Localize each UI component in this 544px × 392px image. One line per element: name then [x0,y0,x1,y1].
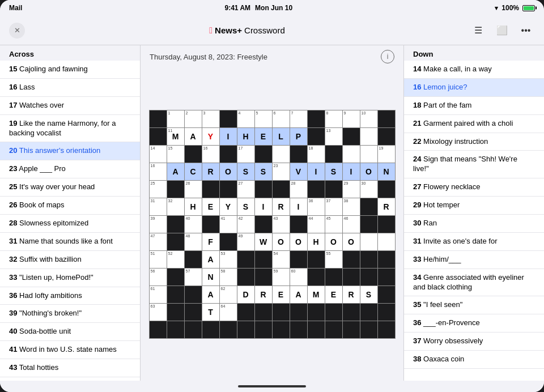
cell-8-8[interactable] [290,251,307,268]
cell-9-9[interactable] [308,269,325,286]
cell-2-1[interactable]: 15 [167,146,184,163]
cell-9-4[interactable]: 58 [220,269,237,286]
cell-0-2[interactable]: 2 [185,110,202,127]
cell-12-11[interactable] [343,321,360,338]
cell-12-5[interactable] [237,321,254,338]
cell-8-7[interactable]: 54 [273,251,290,268]
cell-3-2[interactable]: C [185,163,202,180]
cell-8-1[interactable]: 52 [167,251,184,268]
cell-11-11[interactable] [343,304,360,321]
cell-4-4[interactable] [220,181,237,198]
cell-3-8[interactable]: V [290,163,307,180]
cell-1-2[interactable]: A [185,128,202,145]
cell-11-6[interactable] [255,304,272,321]
cell-11-4[interactable]: 64 [220,304,237,321]
across-clue-28[interactable]: 28 Slowness epitomized [0,215,140,233]
cell-1-5[interactable]: H [237,128,254,145]
cell-0-11[interactable]: 9 [343,110,360,127]
cell-5-2[interactable]: H [185,198,202,215]
down-clue-22[interactable]: 22 Mixology instruction [404,133,544,151]
cell-6-4[interactable]: 41 [220,216,237,233]
cell-3-13[interactable]: N [378,163,395,180]
cell-1-0[interactable] [150,128,167,145]
cell-6-8[interactable] [290,216,307,233]
cell-8-9[interactable] [308,251,325,268]
cell-4-3[interactable] [202,181,219,198]
cell-7-11[interactable]: O [343,233,360,250]
cell-3-3[interactable]: R [202,163,219,180]
down-clue-30[interactable]: 30 Ran [404,215,544,233]
cell-3-11[interactable]: I [343,163,360,180]
cell-2-13[interactable]: 19 [378,146,395,163]
across-clue-33[interactable]: 33 "Listen up, HomePod!" [0,269,140,287]
cell-2-0[interactable]: 14 [150,146,167,163]
down-clue-29[interactable]: 29 Hot temper [404,197,544,215]
cell-4-8[interactable]: 28 [290,181,307,198]
cell-2-10[interactable] [325,146,342,163]
cell-10-11[interactable]: R [343,286,360,303]
down-clue-18[interactable]: 18 Part of the fam [404,97,544,115]
cell-10-10[interactable]: E [325,286,342,303]
cell-0-3[interactable]: 3 [202,110,219,127]
cell-7-3[interactable]: F [202,233,219,250]
down-clue-14[interactable]: 14 Make a call, in a way [404,61,544,79]
cell-8-6[interactable] [255,251,272,268]
cell-4-9[interactable] [308,181,325,198]
cell-1-9[interactable] [308,128,325,145]
cell-8-11[interactable] [343,251,360,268]
across-clue-17[interactable]: 17 Watches over [0,97,140,115]
cell-9-10[interactable] [325,269,342,286]
cell-8-12[interactable] [360,251,377,268]
cell-2-5[interactable]: 17 [237,146,254,163]
cell-6-13[interactable] [378,216,395,233]
cell-10-4[interactable]: 62 [220,286,237,303]
cell-7-0[interactable]: 47 [150,233,167,250]
cell-2-9[interactable]: 18 [308,146,325,163]
cell-6-11[interactable]: 46 [343,216,360,233]
across-clue-16[interactable]: 16 Lass [0,79,140,97]
crossword-grid[interactable]: 1234567891011MAYIHELP1314151617181916ACR… [149,110,396,339]
across-clue-40[interactable]: 40 Soda-bottle unit [0,323,140,341]
cell-9-1[interactable] [167,269,184,286]
cell-7-9[interactable]: H [308,233,325,250]
across-clue-23[interactable]: 23 Apple ___ Pro [0,160,140,178]
cell-9-11[interactable] [343,269,360,286]
cell-3-5[interactable]: S [237,163,254,180]
cell-12-6[interactable] [255,321,272,338]
cell-10-6[interactable]: R [255,286,272,303]
cell-9-0[interactable]: 56 [150,269,167,286]
across-clue-26[interactable]: 26 Book of maps [0,197,140,215]
cell-6-0[interactable]: 39 [150,216,167,233]
info-button[interactable]: i [381,50,394,63]
cell-10-2[interactable] [185,286,202,303]
across-clue-15[interactable]: 15 Cajoling and fawning [0,61,140,79]
cell-4-12[interactable]: 30 [360,181,377,198]
cell-7-13[interactable] [378,233,395,250]
cell-5-13[interactable]: R [378,198,395,215]
cell-1-11[interactable] [343,128,360,145]
cell-8-3[interactable]: A [202,251,219,268]
cell-4-7[interactable] [273,181,290,198]
cell-10-7[interactable]: E [273,286,290,303]
across-clue-43[interactable]: 43 Total hotties [0,359,140,377]
cell-8-4[interactable]: 53 [220,251,237,268]
cell-0-5[interactable]: 4 [237,110,254,127]
cell-5-8[interactable]: I [290,198,307,215]
cell-2-3[interactable]: 16 [202,146,219,163]
cell-10-9[interactable]: M [308,286,325,303]
cell-2-6[interactable] [255,146,272,163]
cell-0-8[interactable]: 7 [290,110,307,127]
cell-1-8[interactable]: P [290,128,307,145]
cell-5-5[interactable]: S [237,198,254,215]
cell-6-9[interactable]: 44 [308,216,325,233]
cell-11-7[interactable] [273,304,290,321]
cell-5-3[interactable]: E [202,198,219,215]
cell-11-5[interactable] [237,304,254,321]
down-clue-34[interactable]: 34 Genre associated with eyeliner and bl… [404,269,544,297]
cell-5-7[interactable]: R [273,198,290,215]
cell-1-3[interactable]: Y [202,128,219,145]
down-clue-24[interactable]: 24 Sign that means "Shh! We're live!" [404,151,544,178]
cell-1-1[interactable]: 11M [167,128,184,145]
cell-3-10[interactable]: S [325,163,342,180]
cell-11-13[interactable] [378,304,395,321]
